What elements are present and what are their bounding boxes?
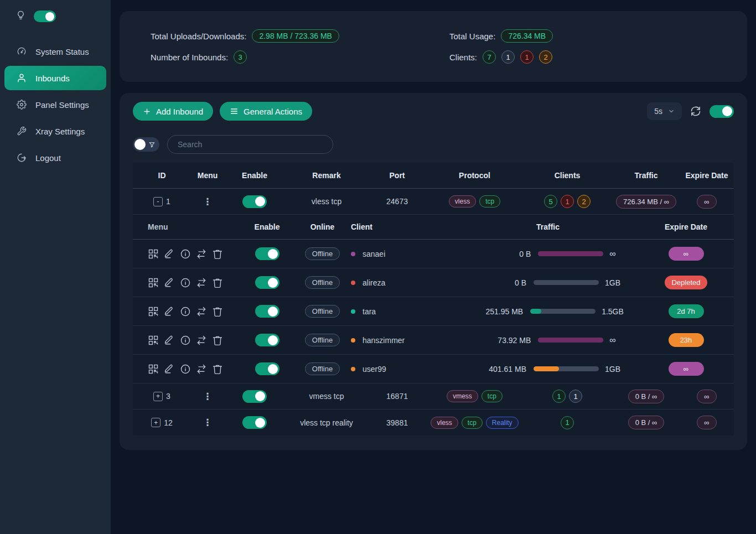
- protocol-badge: vless: [431, 417, 458, 429]
- info-icon[interactable]: [180, 335, 191, 346]
- qr-code-icon[interactable]: [148, 335, 159, 346]
- col-port: Port: [368, 171, 426, 180]
- qr-code-icon[interactable]: [148, 364, 159, 375]
- refresh-interval-value: 5s: [654, 107, 662, 116]
- client-enable-toggle[interactable]: [255, 247, 279, 260]
- sidebar-item-label: Xray Settings: [35, 127, 85, 136]
- search-row: [133, 135, 734, 154]
- delete-icon[interactable]: [212, 335, 223, 346]
- add-inbound-label: Add Inbound: [156, 107, 203, 116]
- add-inbound-button[interactable]: Add Inbound: [133, 102, 213, 121]
- qr-code-icon[interactable]: [148, 306, 159, 317]
- col-menu: Menu: [191, 171, 224, 180]
- general-actions-button[interactable]: General Actions: [220, 102, 312, 121]
- reset-traffic-icon[interactable]: [196, 248, 207, 260]
- row-menu-icon[interactable]: ⋮: [203, 391, 213, 402]
- traffic-bar: [538, 251, 603, 256]
- sidebar: System Status Inbounds Panel Settings Xr…: [0, 0, 111, 534]
- client-traffic-used: 0 B: [475, 278, 526, 287]
- inbounds-count-label: Number of Inbounds:: [151, 53, 228, 62]
- sidebar-item-label: Logout: [35, 153, 61, 163]
- user-icon: [17, 73, 27, 83]
- edit-icon[interactable]: [164, 306, 175, 317]
- edit-icon[interactable]: [164, 364, 175, 375]
- inbound-id: 12: [164, 418, 173, 427]
- subcol-expire: Expire Date: [639, 222, 733, 231]
- sidebar-item-inbounds[interactable]: Inbounds: [4, 66, 106, 90]
- theme-toggle[interactable]: [34, 11, 56, 22]
- client-traffic-limit: 1.5GB: [602, 307, 624, 316]
- clients-depleted-badge: 1: [520, 50, 534, 64]
- refresh-interval-select[interactable]: 5s: [647, 102, 682, 120]
- client-count-badge: 1: [561, 195, 574, 208]
- protocol-badge: tcp: [462, 417, 483, 429]
- client-traffic-used: 251.95 MB: [472, 307, 523, 316]
- traffic-bar: [530, 309, 596, 314]
- inbound-enable-toggle[interactable]: [242, 195, 267, 208]
- filter-toggle[interactable]: [133, 137, 159, 152]
- collapse-row-button[interactable]: -: [153, 197, 163, 206]
- client-enable-toggle[interactable]: [255, 334, 279, 346]
- gear-icon: [17, 100, 27, 110]
- qr-code-icon[interactable]: [148, 248, 159, 260]
- edit-icon[interactable]: [164, 335, 175, 346]
- inbound-expire-pill: ∞: [697, 390, 716, 403]
- client-name: hanszimmer: [363, 336, 405, 345]
- inbounds-table: ID Menu Enable Remark Port Protocol Clie…: [133, 163, 734, 436]
- client-traffic-used: 0 B: [480, 250, 531, 258]
- delete-icon[interactable]: [212, 364, 223, 375]
- protocol-badge: tcp: [479, 195, 500, 208]
- inbounds-count-stat: Number of Inbounds: 3: [151, 46, 449, 68]
- info-icon[interactable]: [180, 306, 191, 317]
- col-id: ID: [133, 171, 191, 180]
- info-icon[interactable]: [180, 248, 191, 260]
- delete-icon[interactable]: [212, 277, 223, 288]
- row-menu-icon[interactable]: ⋮: [203, 196, 213, 208]
- app-root: System Status Inbounds Panel Settings Xr…: [0, 0, 756, 534]
- sidebar-item-system-status[interactable]: System Status: [0, 39, 111, 64]
- client-enable-toggle[interactable]: [255, 305, 279, 318]
- auto-refresh-toggle[interactable]: [710, 105, 734, 118]
- inbound-expire-pill: ∞: [697, 195, 716, 209]
- inbound-enable-toggle[interactable]: [242, 416, 267, 429]
- total-updown-value: 2.98 MB / 723.36 MB: [252, 29, 339, 43]
- client-enable-toggle[interactable]: [255, 276, 279, 289]
- sidebar-item-logout[interactable]: Logout: [0, 146, 111, 170]
- reset-traffic-icon[interactable]: [196, 335, 207, 346]
- inbound-enable-toggle[interactable]: [242, 390, 267, 403]
- expire-badge: ∞: [669, 247, 704, 261]
- client-traffic-limit: 1GB: [605, 365, 620, 374]
- general-actions-label: General Actions: [244, 107, 302, 116]
- inbound-id: 1: [166, 197, 170, 206]
- delete-icon[interactable]: [212, 248, 223, 260]
- client-count-badge: 1: [552, 390, 566, 403]
- col-protocol: Protocol: [426, 171, 523, 180]
- expand-row-button[interactable]: +: [153, 392, 163, 401]
- clients-online-badge: 1: [501, 50, 515, 64]
- toolbar: Add Inbound General Actions 5s: [133, 102, 734, 121]
- inbounds-card: Add Inbound General Actions 5s: [120, 93, 747, 450]
- inbound-row: + 3 ⋮ vmess tcp 16871 vmess tcp 1 1: [133, 383, 734, 409]
- info-icon[interactable]: [180, 277, 191, 288]
- reset-traffic-icon[interactable]: [196, 306, 207, 317]
- refresh-icon[interactable]: [691, 106, 701, 116]
- reset-traffic-icon[interactable]: [196, 364, 207, 375]
- reset-traffic-icon[interactable]: [196, 277, 207, 288]
- info-icon[interactable]: [180, 364, 191, 375]
- clients-stat: Clients: 7 1 1 2: [449, 46, 725, 68]
- sidebar-item-panel-settings[interactable]: Panel Settings: [0, 92, 111, 117]
- qr-code-icon[interactable]: [148, 277, 159, 288]
- row-menu-icon[interactable]: ⋮: [203, 417, 213, 428]
- sidebar-item-xray-settings[interactable]: Xray Settings: [0, 119, 111, 143]
- edit-icon[interactable]: [164, 248, 175, 260]
- gauge-icon: [17, 46, 27, 56]
- edit-icon[interactable]: [164, 277, 175, 288]
- client-row: Offline sanaei 0 B ∞ ∞: [133, 240, 734, 268]
- client-enable-toggle[interactable]: [255, 362, 279, 375]
- search-input[interactable]: [167, 135, 333, 154]
- expand-row-button[interactable]: +: [151, 418, 160, 427]
- delete-icon[interactable]: [212, 306, 223, 317]
- total-updown-stat: Total Uploads/Downloads: 2.98 MB / 723.3…: [151, 25, 449, 46]
- client-count-badge: 5: [544, 195, 557, 208]
- client-row: Offline user99 401.61 MB 1GB ∞: [133, 355, 734, 383]
